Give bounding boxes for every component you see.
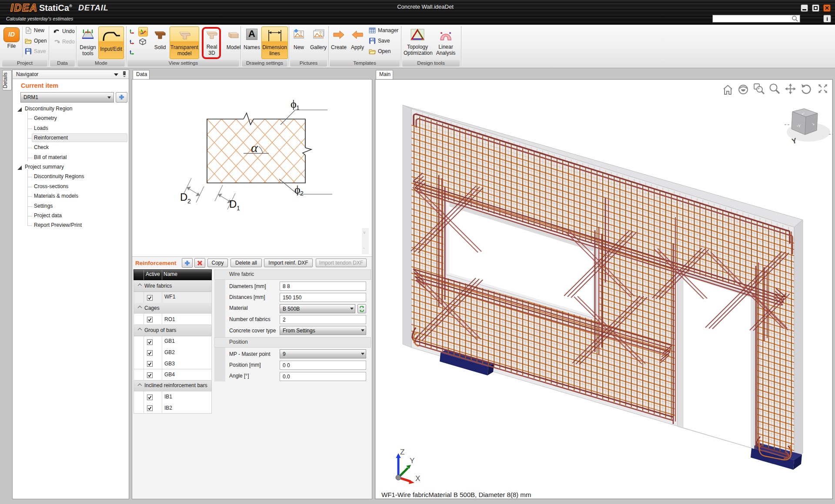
svg-text:D: D <box>180 191 187 203</box>
svg-text:D: D <box>229 198 237 210</box>
svg-text:ϕ: ϕ <box>294 183 301 196</box>
svg-text:α: α <box>251 140 258 155</box>
svg-text:ϕ: ϕ <box>291 98 297 110</box>
svg-text:X: X <box>415 474 420 483</box>
svg-text:1: 1 <box>296 104 300 111</box>
svg-text:↘: ↘ <box>812 122 815 126</box>
svg-text:Y: Y <box>410 457 414 465</box>
svg-text:Z: Z <box>400 448 404 456</box>
svg-text:2: 2 <box>300 190 304 197</box>
svg-text:›Y: ›Y <box>797 124 801 128</box>
svg-text:↙: ↙ <box>802 111 805 116</box>
svg-text:1: 1 <box>237 205 240 212</box>
svg-text:2: 2 <box>187 198 191 205</box>
